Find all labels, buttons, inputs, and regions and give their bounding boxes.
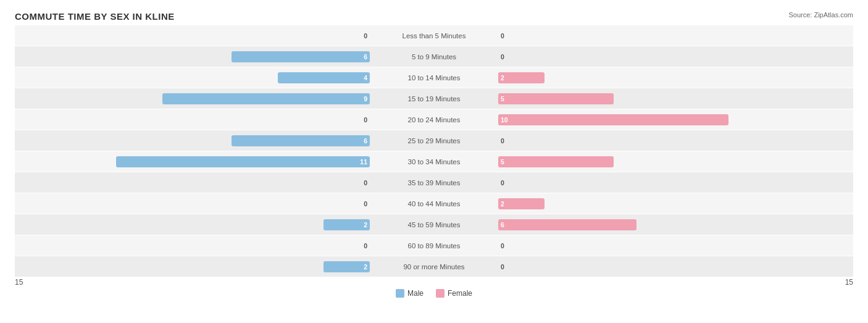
row-label: 15 to 19 Minutes — [372, 95, 496, 103]
female-value: 5 — [501, 95, 504, 103]
left-bar-area: 2 — [15, 214, 372, 235]
source-label: Source: ZipAtlas.com — [788, 11, 853, 19]
right-bar-area: 10 — [496, 109, 853, 130]
left-bar-area: 0 — [15, 172, 372, 193]
axis-labels: 15 15 — [15, 278, 853, 287]
female-value: 10 — [501, 116, 508, 124]
chart-row: 040 to 44 Minutes2 — [15, 193, 853, 214]
male-bar: 6 — [232, 135, 370, 146]
row-label: 25 to 29 Minutes — [372, 137, 496, 145]
right-bar-area: 0 — [496, 130, 853, 151]
left-bar-area: 4 — [15, 67, 372, 88]
male-bar: 6 — [232, 51, 370, 62]
left-bar-area: 0 — [15, 235, 372, 256]
right-bar-area: 6 — [496, 214, 853, 235]
right-bar-area: 0 — [496, 235, 853, 256]
right-bar-area: 5 — [496, 151, 853, 172]
male-bar: 2 — [323, 219, 370, 230]
legend-female-label: Female — [448, 289, 472, 298]
left-bar-area: 2 — [15, 256, 372, 277]
right-bar-area: 2 — [496, 67, 853, 88]
male-bar: 9 — [162, 93, 370, 104]
left-bar-area: 0 — [15, 25, 372, 46]
row-label: 20 to 24 Minutes — [372, 116, 496, 124]
row-label: 10 to 14 Minutes — [372, 74, 496, 82]
chart-row: 625 to 29 Minutes0 — [15, 130, 853, 151]
chart-row: 1130 to 34 Minutes5 — [15, 151, 853, 172]
female-value: 2 — [501, 74, 504, 82]
right-bar-area: 5 — [496, 88, 853, 109]
left-bar-area: 9 — [15, 88, 372, 109]
male-value: 6 — [364, 137, 367, 145]
male-value-zero: 0 — [364, 179, 367, 187]
row-label: 30 to 34 Minutes — [372, 158, 496, 166]
row-label: 90 or more Minutes — [372, 263, 496, 271]
right-bar-area: 0 — [496, 25, 853, 46]
female-bar: 10 — [498, 114, 728, 125]
female-value-zero: 0 — [501, 53, 504, 61]
male-value: 11 — [360, 158, 367, 166]
female-value: 6 — [501, 221, 504, 229]
legend-male-label: Male — [407, 289, 424, 298]
left-bar-area: 6 — [15, 130, 372, 151]
female-value-zero: 0 — [501, 32, 504, 40]
chart-row: 65 to 9 Minutes0 — [15, 46, 853, 67]
chart-row: 035 to 39 Minutes0 — [15, 172, 853, 193]
left-bar-area: 0 — [15, 193, 372, 214]
chart-row: 410 to 14 Minutes2 — [15, 67, 853, 88]
male-value: 2 — [364, 221, 367, 229]
male-value: 6 — [364, 53, 367, 61]
chart-area: 0Less than 5 Minutes065 to 9 Minutes0410… — [15, 25, 853, 275]
male-value-zero: 0 — [364, 116, 367, 124]
axis-left: 15 — [15, 278, 23, 287]
legend-male-box — [396, 289, 404, 298]
legend: Male Female — [15, 289, 853, 298]
row-label: Less than 5 Minutes — [372, 32, 496, 40]
female-bar: 5 — [498, 93, 614, 104]
female-value: 2 — [501, 200, 504, 208]
male-bar: 2 — [323, 261, 370, 272]
female-value-zero: 0 — [501, 137, 504, 145]
left-bar-area: 6 — [15, 46, 372, 67]
right-bar-area: 0 — [496, 172, 853, 193]
legend-male: Male — [396, 289, 424, 298]
row-label: 35 to 39 Minutes — [372, 179, 496, 187]
female-value: 5 — [501, 158, 504, 166]
axis-right: 15 — [845, 278, 853, 287]
chart-row: 245 to 59 Minutes6 — [15, 214, 853, 235]
male-value-zero: 0 — [364, 242, 367, 250]
chart-row: 290 or more Minutes0 — [15, 256, 853, 277]
legend-female: Female — [436, 289, 472, 298]
female-bar: 5 — [498, 156, 614, 167]
male-value-zero: 0 — [364, 32, 367, 40]
female-bar: 2 — [498, 72, 545, 83]
left-bar-area: 0 — [15, 109, 372, 130]
female-bar: 2 — [498, 198, 545, 209]
male-value-zero: 0 — [364, 200, 367, 208]
male-value: 2 — [364, 263, 367, 271]
row-label: 5 to 9 Minutes — [372, 53, 496, 61]
row-label: 45 to 59 Minutes — [372, 221, 496, 229]
female-value-zero: 0 — [501, 179, 504, 187]
chart-row: 060 to 89 Minutes0 — [15, 235, 853, 256]
chart-title: COMMUTE TIME BY SEX IN KLINE — [15, 11, 853, 22]
legend-female-box — [436, 289, 444, 298]
right-bar-area: 0 — [496, 46, 853, 67]
female-bar: 6 — [498, 219, 636, 230]
left-bar-area: 11 — [15, 151, 372, 172]
female-value-zero: 0 — [501, 263, 504, 271]
chart-row: 020 to 24 Minutes10 — [15, 109, 853, 130]
row-label: 60 to 89 Minutes — [372, 242, 496, 250]
female-value-zero: 0 — [501, 242, 504, 250]
chart-row: 915 to 19 Minutes5 — [15, 88, 853, 109]
male-bar: 4 — [278, 72, 370, 83]
right-bar-area: 0 — [496, 256, 853, 277]
male-value: 9 — [364, 95, 367, 103]
row-label: 40 to 44 Minutes — [372, 200, 496, 208]
right-bar-area: 2 — [496, 193, 853, 214]
male-value: 4 — [364, 74, 367, 82]
male-bar: 11 — [116, 156, 370, 167]
chart-container: COMMUTE TIME BY SEX IN KLINE Source: Zip… — [0, 0, 868, 323]
chart-row: 0Less than 5 Minutes0 — [15, 25, 853, 46]
